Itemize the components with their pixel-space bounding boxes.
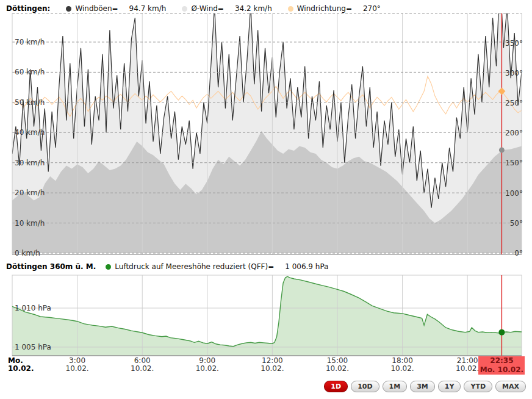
qff-value: 1 006.9 hPa	[285, 262, 328, 271]
windboeen-label: Windböen=	[75, 4, 118, 13]
oewind-value: 34.2 km/h	[235, 4, 272, 13]
oewind-label: Ø-Wind=	[191, 4, 224, 13]
cursor-date: Mo. 10.02.	[478, 365, 525, 375]
range-button-ytd[interactable]: YTD	[464, 381, 492, 392]
y-left-tick-label: 30 km/h	[15, 159, 45, 167]
y-left-tick-label: 20 km/h	[15, 189, 45, 197]
y-tick-label: 1 010 hPa	[15, 304, 51, 312]
x-axis-tick: 6:0010.02.	[124, 357, 160, 373]
range-button-1d[interactable]: 1D	[324, 381, 348, 392]
x-axis-tick: 18:0010.02.	[384, 357, 421, 373]
range-selector: 1D10D1M3M1YYTDMAX	[324, 381, 526, 392]
y-right-tick-label: 0°	[514, 249, 523, 256]
legend-item-windboeen: Windböen=94.7 km/h	[66, 4, 166, 13]
range-button-10d[interactable]: 10D	[351, 381, 379, 392]
y-right-tick-label: 50°	[510, 219, 523, 228]
range-button-1m[interactable]: 1M	[383, 381, 408, 392]
pressure-legend: Döttingen 360m ü. M. Luftdruck auf Meere…	[6, 262, 328, 271]
y-right-tick-label: 250°	[505, 99, 523, 107]
pressure-area	[12, 276, 522, 356]
wind-station-name: Döttingen:	[6, 4, 50, 13]
oewind-marker-icon	[182, 6, 187, 12]
y-tick-label: 1 005 hPa	[15, 343, 51, 351]
y-right-tick-label: 150°	[505, 159, 523, 167]
y-right-tick-label: 350°	[505, 39, 523, 48]
y-right-tick-label: 200°	[505, 129, 523, 137]
pressure-cursor-dot	[498, 329, 505, 336]
cursor-time: 22:35	[478, 356, 525, 365]
y-left-tick-label: 40 km/h	[15, 128, 45, 137]
legend-item-windrichtung: Windrichtung=270°	[288, 4, 381, 13]
avg-wind-cursor-dot	[499, 147, 505, 153]
windrichtung-marker-icon	[288, 6, 293, 12]
range-button-1y[interactable]: 1Y	[438, 381, 461, 392]
windboeen-marker-icon	[66, 6, 71, 12]
y-left-tick-label: 60 km/h	[15, 68, 45, 76]
wind-legend: Döttingen: Windböen=94.7 km/hØ-Wind=34.2…	[6, 4, 397, 13]
qff-marker-icon	[106, 264, 111, 270]
wind-chart[interactable]: 0 km/h10 km/h20 km/h30 km/h40 km/h50 km/…	[0, 12, 532, 256]
x-axis-tick: 3:0010.02.	[59, 357, 96, 373]
pressure-station-name: Döttingen 360m ü. M.	[6, 262, 96, 271]
pressure-chart[interactable]: 1 005 hPa1 010 hPa	[0, 274, 532, 357]
range-button-3m[interactable]: 3M	[410, 381, 435, 392]
x-axis-tick: 15:0010.02.	[319, 357, 356, 373]
windrichtung-value: 270°	[363, 4, 381, 13]
range-button-max[interactable]: MAX	[495, 381, 526, 392]
y-left-tick-label: 50 km/h	[15, 98, 45, 107]
y-right-tick-label: 100°	[505, 189, 523, 198]
windrichtung-label: Windrichtung=	[297, 4, 352, 13]
x-axis-tick: 12:0010.02.	[254, 357, 290, 373]
y-left-tick-label: 0 km/h	[15, 249, 40, 256]
x-axis-labels: Mo.10.02.3:0010.02.6:0010.02.9:0010.02.1…	[0, 357, 532, 375]
weather-charts-panel: Döttingen: Windböen=94.7 km/hØ-Wind=34.2…	[0, 0, 532, 399]
x-axis-tick: 9:0010.02.	[189, 357, 226, 373]
windboeen-value: 94.7 km/h	[129, 4, 167, 13]
qff-label: Luftdruck auf Meereshöhe reduziert (QFF)…	[115, 262, 274, 271]
y-right-tick-label: 300°	[505, 69, 523, 77]
legend-item-oewind: Ø-Wind=34.2 km/h	[182, 4, 271, 13]
y-left-tick-label: 10 km/h	[15, 219, 45, 228]
legend-item-qff: Luftdruck auf Meereshöhe reduziert (QFF)…	[106, 262, 328, 271]
y-left-tick-label: 70 km/h	[15, 38, 45, 46]
cursor-time-tooltip: 22:35 Mo. 10.02.	[478, 356, 525, 375]
x-axis-tick: Mo.10.02.	[8, 357, 45, 373]
